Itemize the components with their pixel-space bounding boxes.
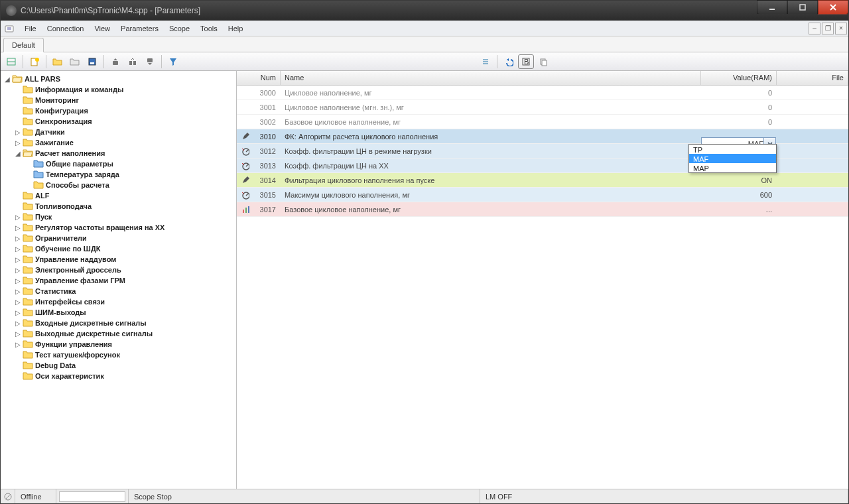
expand-icon[interactable]: ▷ — [14, 245, 22, 253]
expand-icon[interactable]: ▷ — [14, 308, 22, 316]
tree-item[interactable]: ▷Выходные дискретные сигналы — [14, 328, 235, 339]
tree-item[interactable]: ▷Ограничители — [14, 233, 235, 243]
grid-body[interactable]: 3000Цикловое наполнение, мг03001Цикловое… — [237, 86, 848, 489]
tree-item[interactable]: Тест катушек/форсунок — [14, 349, 235, 360]
expand-icon[interactable]: ▷ — [14, 340, 22, 348]
toolbar-copy-button[interactable] — [535, 54, 551, 69]
close-button[interactable] — [818, 0, 848, 15]
tree-item[interactable]: Мониторинг — [14, 95, 235, 105]
tree-subitem[interactable]: Способы расчета — [25, 180, 235, 190]
expand-icon[interactable]: ▷ — [14, 330, 22, 338]
tree-item[interactable]: Оси характеристик — [14, 371, 235, 381]
toolbar-upload-button[interactable] — [107, 54, 123, 69]
tree-item[interactable]: ▷Управление фазами ГРМ — [14, 275, 235, 286]
expand-icon[interactable]: ▷ — [14, 128, 22, 136]
column-value[interactable]: Value(RAM) — [701, 71, 777, 85]
column-num[interactable]: Num — [237, 71, 281, 85]
tree-item[interactable]: ▷Регулятор частоты вращения на ХХ — [14, 222, 235, 233]
tree-item[interactable]: ▷Функции управления — [14, 339, 235, 349]
toolbar-compare-button[interactable] — [125, 54, 141, 69]
tree-item[interactable]: Информация и команды — [14, 84, 235, 95]
toolbar-open-button[interactable] — [50, 54, 66, 69]
expand-icon[interactable]: ▷ — [14, 223, 22, 231]
tree-item[interactable]: ▷Датчики — [14, 127, 235, 137]
dropdown-option[interactable]: MAP — [689, 163, 776, 172]
expand-icon[interactable]: ▷ — [14, 298, 22, 306]
mdi-app-icon[interactable] — [2, 21, 17, 36]
expand-icon[interactable]: ▷ — [14, 234, 22, 242]
dropdown-list[interactable]: TPMAFMAP — [688, 144, 777, 173]
toolbar-new-button[interactable] — [27, 54, 42, 69]
toolbar-list-button[interactable] — [478, 54, 493, 69]
menu-connection[interactable]: Connection — [42, 23, 90, 34]
tree-item[interactable]: Debug Data — [14, 360, 235, 371]
tree-item[interactable]: ▷Входные дискретные сигналы — [14, 318, 235, 328]
tree-item[interactable]: ▷Обучение по ШДК — [14, 243, 235, 254]
tree-subitem[interactable]: Температура заряда — [25, 169, 235, 180]
column-file[interactable]: File — [777, 71, 848, 85]
table-row[interactable]: 3015Максимум циклового наполнения, мг600 — [237, 188, 848, 202]
tree-item[interactable]: ▷Пуск — [14, 212, 235, 222]
expand-icon[interactable]: ◢ — [3, 75, 11, 83]
mdi-close-button[interactable]: × — [835, 23, 847, 34]
toolbar-collapse-button[interactable] — [3, 54, 19, 69]
table-row[interactable]: 3001Цикловое наполнение (мгн. зн.), мг0 — [237, 100, 848, 115]
menu-view[interactable]: View — [89, 23, 115, 34]
menu-help[interactable]: Help — [223, 23, 249, 34]
row-value: 0 — [701, 118, 777, 126]
expand-icon[interactable]: ▷ — [14, 266, 22, 274]
tree-item[interactable]: ▷Интерфейсы связи — [14, 296, 235, 307]
mdi-minimize-button[interactable]: – — [809, 23, 820, 34]
toolbar-undo-button[interactable] — [501, 54, 517, 69]
folder-icon — [33, 170, 44, 179]
expand-icon[interactable]: ▷ — [14, 319, 22, 327]
folder-icon — [23, 191, 33, 200]
tree-item[interactable]: Синхронизация — [14, 116, 235, 127]
expand-icon[interactable]: ▷ — [14, 287, 22, 295]
toolbar-filter-button[interactable] — [165, 54, 181, 69]
table-row[interactable]: 3002Базовое цикловое наполнение, мг0 — [237, 115, 848, 129]
mdi-restore-button[interactable]: ❐ — [822, 23, 834, 34]
expand-icon[interactable]: ▷ — [14, 139, 22, 147]
expand-icon[interactable]: ▷ — [14, 255, 22, 263]
table-row[interactable]: 3014Фильтрация циклового наполнения на п… — [237, 173, 848, 188]
expand-icon[interactable]: ◢ — [14, 149, 22, 157]
expand-icon[interactable]: ▷ — [14, 213, 22, 221]
menu-tools[interactable]: Tools — [195, 23, 223, 34]
svg-rect-15 — [133, 61, 136, 65]
row-name: Цикловое наполнение (мгн. зн.), мг — [281, 103, 701, 111]
menu-scope[interactable]: Scope — [164, 23, 195, 34]
toolbar-download-button[interactable] — [142, 54, 158, 69]
tree-root[interactable]: ◢ALL PARS — [3, 74, 235, 84]
folder-icon — [23, 340, 33, 349]
tree-item[interactable]: ◢Расчет наполнения — [14, 148, 235, 158]
grid-header: Num Name Value(RAM) File — [237, 71, 848, 86]
minimize-button[interactable] — [757, 0, 787, 15]
table-row[interactable]: 3000Цикловое наполнение, мг0 — [237, 86, 848, 100]
toolbar-open2-button[interactable] — [67, 54, 83, 69]
column-name[interactable]: Name — [281, 71, 701, 85]
menu-file[interactable]: File — [19, 23, 42, 34]
tree-item[interactable]: ALF — [14, 190, 235, 201]
tree-item[interactable]: ▷Управление наддувом — [14, 254, 235, 265]
tree-subitem[interactable]: Общие параметры — [25, 158, 235, 169]
dropdown-option[interactable]: TP — [689, 145, 776, 154]
tree-pane[interactable]: ◢ALL PARSИнформация и командыМониторингК… — [1, 71, 237, 489]
svg-line-28 — [246, 164, 248, 166]
tree-item[interactable]: ▷ШИМ-выходы — [14, 307, 235, 318]
tree-item[interactable]: ▷Электронный дроссель — [14, 265, 235, 275]
expand-icon[interactable]: ▷ — [14, 277, 22, 284]
menu-parameters[interactable]: Parameters — [115, 23, 164, 34]
tree-item[interactable]: ▷Статистика — [14, 286, 235, 296]
tree-item[interactable]: ▷Зажигание — [14, 137, 235, 148]
toolbar-save-button[interactable] — [84, 54, 100, 69]
tree-item[interactable]: Топливоподача — [14, 201, 235, 212]
row-name: Базовое цикловое наполнение, мг — [281, 206, 701, 214]
table-row[interactable]: 3010ФК: Алгоритм расчета циклового напол… — [237, 129, 848, 144]
toolbar-marked-button[interactable]: B — [518, 54, 534, 69]
maximize-button[interactable] — [787, 0, 818, 15]
tree-item[interactable]: Конфигурация — [14, 105, 235, 116]
dropdown-option[interactable]: MAF — [689, 154, 776, 163]
tab-default[interactable]: Default — [3, 38, 44, 52]
table-row[interactable]: 3017Базовое цикловое наполнение, мг... — [237, 202, 848, 217]
